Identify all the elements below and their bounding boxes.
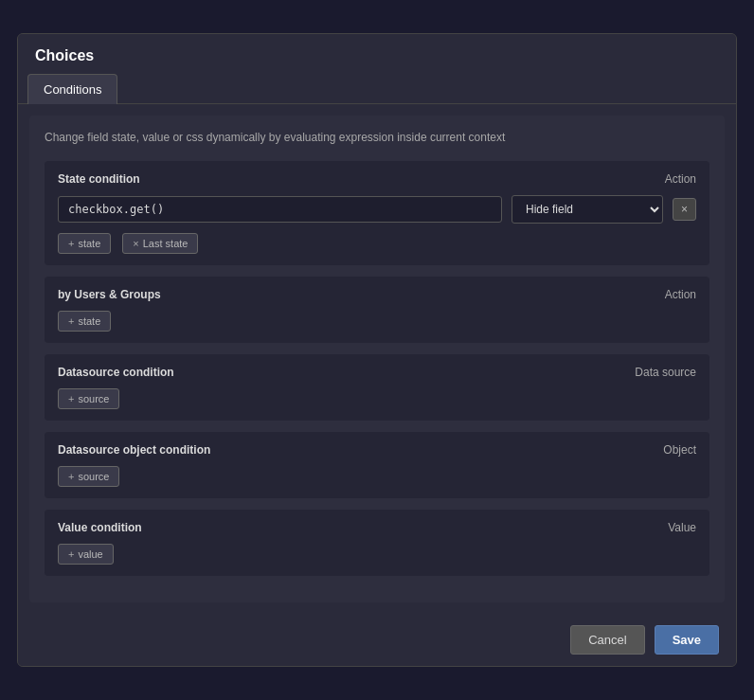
state-condition-dropdown[interactable]: Hide field Show field Disable field Enab… — [512, 195, 663, 224]
save-button[interactable]: Save — [655, 625, 719, 655]
users-groups-action-label: Action — [665, 288, 696, 301]
state-condition-header: State condition Action — [58, 172, 696, 186]
datasource-condition-header: Datasource condition Data source — [58, 366, 696, 379]
datasource-condition-action-label: Data source — [635, 366, 696, 379]
state-condition-row: Hide field Show field Disable field Enab… — [58, 195, 696, 224]
value-condition-title: Value condition — [58, 521, 142, 534]
last-state-button[interactable]: × Last state — [122, 233, 198, 254]
add-value-label: value — [78, 548, 102, 560]
add-source-button[interactable]: + source — [58, 388, 119, 409]
state-condition-action-label: Action — [665, 172, 696, 186]
add-value-button[interactable]: + value — [58, 544, 114, 565]
datasource-object-condition-title: Datasource object condition — [58, 443, 210, 457]
datasource-condition-title: Datasource condition — [58, 366, 174, 379]
datasource-object-condition-header: Datasource object condition Object — [58, 443, 696, 457]
datasource-object-condition-action-label: Object — [663, 443, 696, 457]
section-value-condition: Value condition Value + value — [45, 510, 709, 576]
add-source-label: source — [78, 393, 109, 404]
value-condition-action-label: Value — [668, 521, 696, 534]
state-condition-title: State condition — [58, 172, 140, 186]
add-state-button[interactable]: + state — [58, 233, 111, 254]
datasource-object-condition-tags: + source — [58, 466, 696, 487]
plus-icon-3: + — [68, 393, 74, 404]
section-users-groups: by Users & Groups Action + state — [45, 277, 709, 343]
add-state-2-label: state — [78, 315, 100, 327]
modal-footer: Cancel Save — [18, 614, 736, 666]
value-condition-tags: + value — [58, 544, 696, 565]
datasource-condition-tags: + source — [58, 388, 696, 409]
state-condition-tags: + state × Last state — [58, 233, 696, 254]
tabs: Conditions — [18, 74, 736, 104]
add-source-2-label: source — [78, 471, 109, 482]
modal: Choices Conditions Change field state, v… — [17, 33, 737, 667]
state-condition-input[interactable] — [58, 196, 502, 223]
tab-conditions[interactable]: Conditions — [27, 74, 117, 104]
section-datasource-object-condition: Datasource object condition Object + sou… — [45, 432, 709, 498]
times-icon: × — [133, 238, 138, 249]
section-state-condition: State condition Action Hide field Show f… — [45, 161, 709, 265]
state-condition-remove-button[interactable]: × — [673, 198, 696, 221]
cancel-button[interactable]: Cancel — [570, 625, 644, 655]
plus-icon-5: + — [68, 548, 74, 560]
plus-icon: + — [68, 238, 74, 249]
plus-icon-4: + — [68, 471, 74, 482]
value-condition-header: Value condition Value — [58, 521, 696, 534]
plus-icon-2: + — [68, 315, 74, 327]
last-state-label: Last state — [143, 238, 188, 249]
users-groups-tags: + state — [58, 311, 696, 332]
modal-title: Choices — [18, 34, 736, 74]
description: Change field state, value or css dynamic… — [45, 131, 709, 144]
section-datasource-condition: Datasource condition Data source + sourc… — [45, 354, 709, 421]
users-groups-header: by Users & Groups Action — [58, 288, 696, 301]
add-source-2-button[interactable]: + source — [58, 466, 119, 487]
modal-body: Change field state, value or css dynamic… — [29, 116, 725, 602]
users-groups-title: by Users & Groups — [58, 288, 161, 301]
add-state-2-button[interactable]: + state — [58, 311, 111, 332]
add-state-label: state — [78, 238, 100, 249]
